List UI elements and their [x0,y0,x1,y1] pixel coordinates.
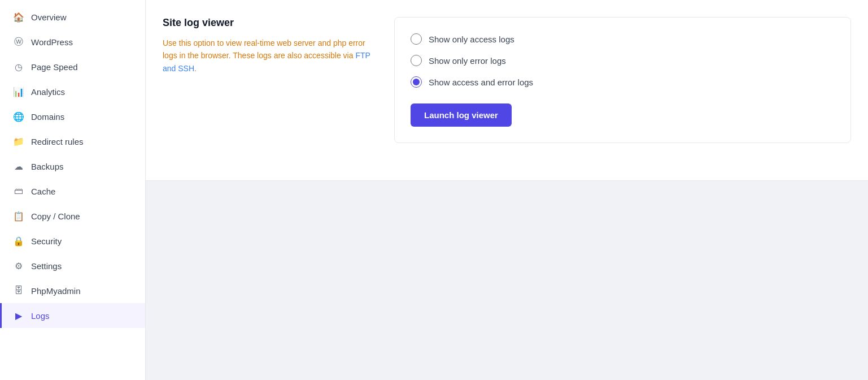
sidebar-label-domains: Domains [31,112,64,122]
gray-area [146,181,868,379]
cache-icon: 🗃 [13,185,24,197]
sidebar-item-overview[interactable]: 🏠Overview [0,5,145,29]
sidebar-item-wordpress[interactable]: ⓦWordPress [0,29,145,54]
sidebar-label-page-speed: Page Speed [31,62,78,72]
launch-log-viewer-button[interactable]: Launch log viewer [411,103,512,127]
backups-icon: ☁ [13,161,24,172]
sidebar-item-domains[interactable]: 🌐Domains [0,104,145,129]
redirect-rules-icon: 📁 [13,136,24,147]
sidebar-label-settings: Settings [31,261,62,271]
sidebar-item-logs[interactable]: ▶Logs [0,303,145,328]
overview-icon: 🏠 [13,11,24,23]
sidebar: 🏠OverviewⓦWordPress◷Page Speed📊Analytics… [0,0,146,380]
settings-icon: ⚙ [13,260,24,271]
sidebar-label-wordpress: WordPress [31,37,73,47]
sidebar-item-phpmyadmin[interactable]: 🗄PhpMyadmin [0,278,145,303]
left-panel: Site log viewer Use this option to view … [163,17,377,75]
radio-group: Show only access logs Show only error lo… [411,33,835,88]
wordpress-icon: ⓦ [13,36,24,48]
sidebar-item-backups[interactable]: ☁Backups [0,154,145,179]
logs-icon: ▶ [13,310,24,321]
sidebar-item-copy-clone[interactable]: 📋Copy / Clone [0,204,145,228]
radio-input-access-only[interactable] [411,33,422,45]
sidebar-label-cache: Cache [31,187,55,196]
sidebar-item-analytics[interactable]: 📊Analytics [0,79,145,104]
analytics-icon: 📊 [13,86,24,97]
sidebar-label-security: Security [31,236,62,246]
section-title: Site log viewer [163,17,377,29]
sidebar-label-backups: Backups [31,162,64,171]
sidebar-label-logs: Logs [31,311,50,321]
sidebar-item-page-speed[interactable]: ◷Page Speed [0,54,145,79]
radio-input-error-only[interactable] [411,55,422,66]
radio-input-access-and-error[interactable] [411,76,422,88]
content-area: Site log viewer Use this option to view … [146,0,868,181]
sidebar-item-cache[interactable]: 🗃Cache [0,179,145,204]
page-speed-icon: ◷ [13,61,24,72]
radio-access-only[interactable]: Show only access logs [411,33,835,45]
main-content: Site log viewer Use this option to view … [146,0,868,380]
security-icon: 🔒 [13,235,24,247]
copy-clone-icon: 📋 [13,210,24,222]
sidebar-label-phpmyadmin: PhpMyadmin [31,286,81,296]
sidebar-item-security[interactable]: 🔒Security [0,228,145,253]
radio-error-only[interactable]: Show only error logs [411,55,835,66]
radio-access-and-error[interactable]: Show access and error logs [411,76,835,88]
sidebar-label-copy-clone: Copy / Clone [31,211,80,221]
section-description: Use this option to view real-time web se… [163,37,377,75]
sidebar-item-settings[interactable]: ⚙Settings [0,253,145,278]
phpmyadmin-icon: 🗄 [13,285,24,296]
sidebar-label-overview: Overview [31,12,67,22]
sidebar-label-analytics: Analytics [31,87,65,97]
domains-icon: 🌐 [13,111,24,122]
ftp-link[interactable]: FTP and SSH [163,51,370,72]
sidebar-label-redirect-rules: Redirect rules [31,137,84,146]
right-panel: Show only access logs Show only error lo… [394,17,851,143]
content-grid: Site log viewer Use this option to view … [163,17,851,143]
radio-label-access-and-error: Show access and error logs [429,77,533,87]
radio-label-error-only: Show only error logs [429,56,506,66]
sidebar-item-redirect-rules[interactable]: 📁Redirect rules [0,129,145,154]
radio-label-access-only: Show only access logs [429,34,514,44]
